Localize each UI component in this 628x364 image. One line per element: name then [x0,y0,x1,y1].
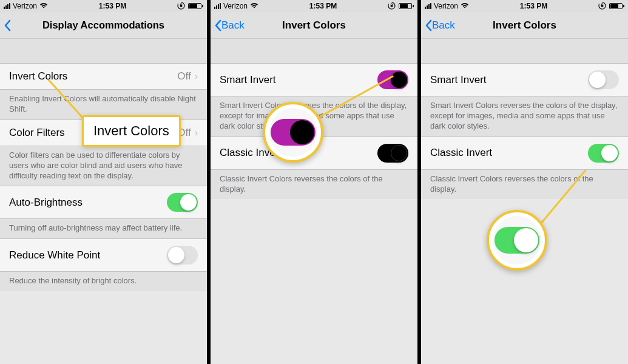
cell-footer: Smart Invert Colors reverses the colors … [421,96,628,136]
reduce-white-point-toggle[interactable] [167,246,198,265]
cell-footer: Color filters can be used to differentia… [0,146,207,186]
chevron-right-icon: › [195,127,198,138]
cell-label: Classic Invert [430,147,588,159]
status-bar: Verizon 1:53 PM [211,0,417,12]
status-bar: Verizon 1:53 PM [0,0,207,12]
phone-3: Verizon 1:53 PM Back Invert Colors Smart… [421,0,628,364]
orientation-lock-icon [177,2,185,11]
smart-invert-row: Smart Invert [421,63,628,96]
battery-icon [188,3,203,9]
page-title: Invert Colors [493,19,556,32]
carrier-label: Verizon [434,2,458,10]
reduce-white-point-row: Reduce White Point [0,238,207,272]
orientation-lock-icon [388,2,396,11]
cell-label: Invert Colors [9,70,177,83]
cell-footer: Classic Invert Colors reverses the color… [421,170,628,200]
carrier-label: Verizon [13,2,37,10]
svg-rect-1 [391,5,393,7]
status-time: 1:53 PM [309,2,337,10]
page-title: Invert Colors [282,19,346,32]
smart-invert-toggle[interactable] [588,70,619,89]
cell-label: Smart Invert [220,74,377,86]
cell-footer: Reduce the intensity of bright colors. [0,272,207,291]
signal-icon [4,3,10,9]
classic-invert-toggle[interactable] [377,144,408,163]
cell-value: Off [177,70,191,83]
callout-highlight: Invert Colors [82,115,181,147]
chevron-right-icon: › [195,71,198,82]
chevron-back-icon [425,19,432,32]
cell-label: Auto-Brightness [9,197,167,209]
magnified-toggle [271,119,316,146]
back-label: Back [221,19,245,32]
nav-bar: Back Invert Colors [421,12,628,39]
cell-label: Reduce White Point [9,249,167,261]
signal-icon [214,3,221,9]
nav-bar: Display Accommodations [0,12,207,39]
signal-icon [425,3,431,9]
chevron-back-icon [4,19,11,32]
classic-invert-row: Classic Invert [421,136,628,170]
smart-invert-toggle[interactable] [377,70,408,89]
battery-icon [399,3,414,9]
classic-invert-toggle[interactable] [588,144,619,163]
magnified-toggle [495,227,539,254]
settings-list: Invert Colors Off › Enabling Invert Colo… [0,39,207,291]
auto-brightness-row: Auto-Brightness [0,186,207,219]
cell-footer: Classic Invert Colors reverses the color… [211,170,417,200]
settings-list: Smart Invert Smart Invert Colors reverse… [421,39,628,199]
cell-label: Smart Invert [430,74,588,86]
status-bar: Verizon 1:53 PM [421,0,628,12]
page-title: Display Accommodations [42,19,164,31]
svg-rect-0 [180,5,183,7]
back-label: Back [432,19,455,32]
back-button[interactable]: Back [421,19,455,32]
wifi-icon [461,2,469,10]
back-button[interactable]: Back [211,19,245,32]
phone-2: Verizon 1:53 PM Back Invert Colors Smart… [211,0,417,364]
wifi-icon [250,2,258,10]
chevron-back-icon [214,19,221,32]
orientation-lock-icon [598,2,606,11]
callout-magnifier [487,210,547,271]
back-button[interactable] [0,19,11,32]
wifi-icon [39,2,48,10]
auto-brightness-toggle[interactable] [167,193,198,212]
carrier-label: Verizon [223,2,248,10]
svg-rect-2 [601,5,604,7]
nav-bar: Back Invert Colors [211,12,417,39]
invert-colors-row[interactable]: Invert Colors Off › [0,63,207,90]
callout-magnifier [263,102,323,163]
cell-footer: Turning off auto-brightness may affect b… [0,219,207,238]
status-time: 1:53 PM [99,2,126,10]
phone-1: Verizon 1:53 PM Display Accommodations I… [0,0,207,364]
status-time: 1:53 PM [520,2,547,10]
battery-icon [609,3,624,9]
